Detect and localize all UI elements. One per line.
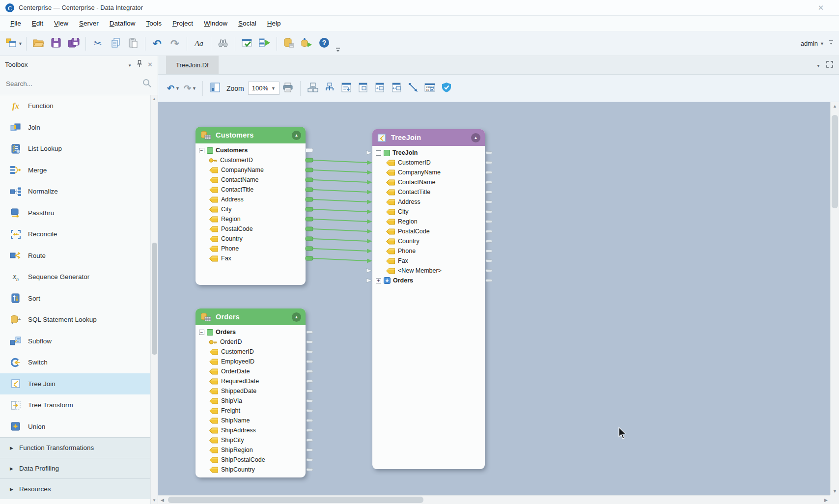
toolbox-item-sort[interactable]: Sort bbox=[0, 288, 150, 309]
layout-button[interactable] bbox=[208, 80, 223, 97]
toolbox-item-sequence-generator[interactable]: xnSequence Generator bbox=[0, 266, 150, 288]
field-row[interactable]: Address bbox=[376, 197, 483, 207]
scroll-up-icon[interactable]: ▲ bbox=[831, 104, 839, 109]
user-menu[interactable]: admin bbox=[801, 40, 818, 47]
menu-file[interactable]: File bbox=[5, 17, 27, 29]
node-treejoin[interactable]: TreeJoin▲−TreeJoinCustomerIDCompanyNameC… bbox=[372, 129, 485, 469]
run-button[interactable] bbox=[256, 35, 273, 52]
field-row[interactable]: ContactTitle bbox=[376, 187, 483, 197]
field-row[interactable]: Region bbox=[199, 214, 304, 224]
chevron-down-icon[interactable]: ▼ bbox=[128, 61, 132, 68]
field-row[interactable]: OrderID bbox=[199, 337, 304, 347]
tree-root-row[interactable]: −TreeJoin bbox=[376, 148, 483, 158]
menu-help[interactable]: Help bbox=[262, 17, 286, 29]
field-row[interactable]: ShipAddress bbox=[199, 425, 304, 435]
scroll-left-icon[interactable]: ◀ bbox=[161, 498, 164, 503]
toolbox-item-list-lookup[interactable]: List Lookup bbox=[0, 138, 150, 160]
scroll-right-icon[interactable]: ▶ bbox=[824, 498, 828, 503]
toolbar-overflow-icon[interactable] bbox=[828, 39, 834, 47]
field-row[interactable]: ShipPostalCode bbox=[199, 455, 304, 465]
menu-project[interactable]: Project bbox=[167, 17, 198, 29]
tab-treejoin-df[interactable]: TreeJoin.Df bbox=[166, 56, 219, 74]
field-row[interactable]: ContactTitle bbox=[199, 185, 304, 195]
field-row[interactable]: EmployeeID bbox=[199, 357, 304, 366]
toolbox-item-switch[interactable]: Switch bbox=[0, 352, 150, 373]
field-row[interactable]: CustomerID bbox=[376, 158, 483, 168]
new-dataflow-button[interactable]: ▼ bbox=[5, 35, 23, 52]
field-row[interactable]: Phone bbox=[199, 244, 304, 253]
chevron-down-icon[interactable]: ▼ bbox=[816, 61, 820, 69]
toolbox-group-resources[interactable]: ▶Resources bbox=[0, 478, 150, 499]
menu-edit[interactable]: Edit bbox=[27, 17, 49, 29]
field-row[interactable]: ShipRegion bbox=[199, 445, 304, 455]
node-header[interactable]: TreeJoin▲ bbox=[372, 129, 485, 146]
scrollbar-thumb[interactable] bbox=[832, 115, 838, 208]
toolbox-item-merge[interactable]: Merge bbox=[0, 160, 150, 181]
toolbox-scrollbar[interactable]: ▲ ▼ bbox=[150, 95, 158, 504]
field-row[interactable]: Region bbox=[376, 217, 483, 226]
node-header[interactable]: Orders▲ bbox=[196, 308, 306, 325]
node-customers[interactable]: Customers▲−CustomersCustomerIDCompanyNam… bbox=[196, 127, 306, 285]
font-button[interactable]: Aa bbox=[191, 35, 207, 52]
toolbox-group-data-profiling[interactable]: ▶Data Profiling bbox=[0, 458, 150, 478]
menu-social[interactable]: Social bbox=[233, 17, 262, 29]
undo-button[interactable]: ↶ bbox=[149, 35, 166, 52]
toolbox-item-join[interactable]: Join bbox=[0, 117, 150, 139]
scrollbar-thumb[interactable] bbox=[168, 497, 423, 503]
save-all-button[interactable] bbox=[65, 35, 82, 52]
redo-button[interactable]: ↷ bbox=[167, 35, 183, 52]
collapse-minus-icon[interactable]: − bbox=[376, 150, 381, 156]
field-row[interactable]: Address bbox=[199, 195, 304, 204]
field-row[interactable]: City bbox=[199, 204, 304, 214]
field-row[interactable]: CustomerID bbox=[199, 155, 304, 165]
panel-double-arrow-button[interactable] bbox=[389, 80, 404, 97]
find-button[interactable] bbox=[215, 35, 231, 52]
collapse-button[interactable]: ▲ bbox=[471, 133, 480, 142]
field-row[interactable]: Fax bbox=[376, 256, 483, 266]
org-chart-button[interactable] bbox=[306, 80, 320, 97]
field-row[interactable]: CompanyName bbox=[376, 168, 483, 177]
collapse-button[interactable]: ▲ bbox=[292, 312, 301, 322]
field-row[interactable]: ShippedDate bbox=[199, 386, 304, 396]
redo-small-button[interactable]: ↷▼ bbox=[183, 80, 197, 97]
field-row[interactable]: PostalCode bbox=[376, 226, 483, 236]
toolbox-item-sql-statement-lookup[interactable]: SQL Statement Lookup bbox=[0, 309, 150, 331]
field-row[interactable]: Freight bbox=[199, 406, 304, 416]
node-orders[interactable]: Orders▲−OrdersOrderIDCustomerIDEmployeeI… bbox=[196, 308, 306, 477]
menu-view[interactable]: View bbox=[49, 17, 74, 29]
menu-window[interactable]: Window bbox=[198, 17, 233, 29]
panel-button[interactable] bbox=[356, 80, 370, 97]
cut-button[interactable]: ✂ bbox=[89, 35, 106, 52]
close-icon[interactable]: ✕ bbox=[147, 61, 153, 68]
db-run-button[interactable] bbox=[298, 35, 315, 52]
toolbox-item-normalize[interactable]: Normalize bbox=[0, 181, 150, 202]
paste-button[interactable] bbox=[125, 35, 141, 52]
field-row[interactable]: Phone bbox=[376, 246, 483, 256]
shield-button[interactable] bbox=[439, 80, 454, 97]
link-button[interactable] bbox=[406, 80, 420, 97]
field-row[interactable]: City bbox=[376, 207, 483, 217]
preview-button[interactable]: 0100110 bbox=[422, 80, 437, 97]
collapse-minus-icon[interactable]: − bbox=[199, 148, 204, 153]
tree-root-row[interactable]: −Customers bbox=[199, 145, 304, 155]
list-down-button[interactable] bbox=[339, 80, 354, 97]
field-row[interactable]: ShipCity bbox=[199, 435, 304, 445]
scroll-up-icon[interactable]: ▲ bbox=[151, 97, 158, 101]
zoom-select[interactable]: 100%▼ bbox=[248, 82, 280, 95]
menu-dataflow[interactable]: Dataflow bbox=[104, 17, 141, 29]
toolbox-item-passthru[interactable]: Passthru bbox=[0, 202, 150, 224]
db-import-button[interactable] bbox=[280, 35, 297, 52]
scroll-down-icon[interactable]: ▼ bbox=[151, 498, 158, 503]
toolbox-item-function[interactable]: fxFunction bbox=[0, 95, 150, 117]
child-node-row[interactable]: +Orders bbox=[376, 276, 483, 285]
field-row[interactable]: ShipName bbox=[199, 416, 304, 425]
scrollbar-thumb[interactable] bbox=[152, 243, 157, 355]
open-button[interactable] bbox=[30, 35, 47, 52]
collapse-button[interactable]: ▲ bbox=[292, 131, 301, 140]
toolbox-item-tree-transform[interactable]: Tree Transform bbox=[0, 394, 150, 416]
field-row[interactable]: Country bbox=[376, 236, 483, 246]
expand-plus-icon[interactable]: + bbox=[376, 278, 381, 283]
field-row[interactable]: OrderDate bbox=[199, 366, 304, 376]
menu-server[interactable]: Server bbox=[74, 17, 104, 29]
print-button[interactable] bbox=[280, 80, 295, 97]
